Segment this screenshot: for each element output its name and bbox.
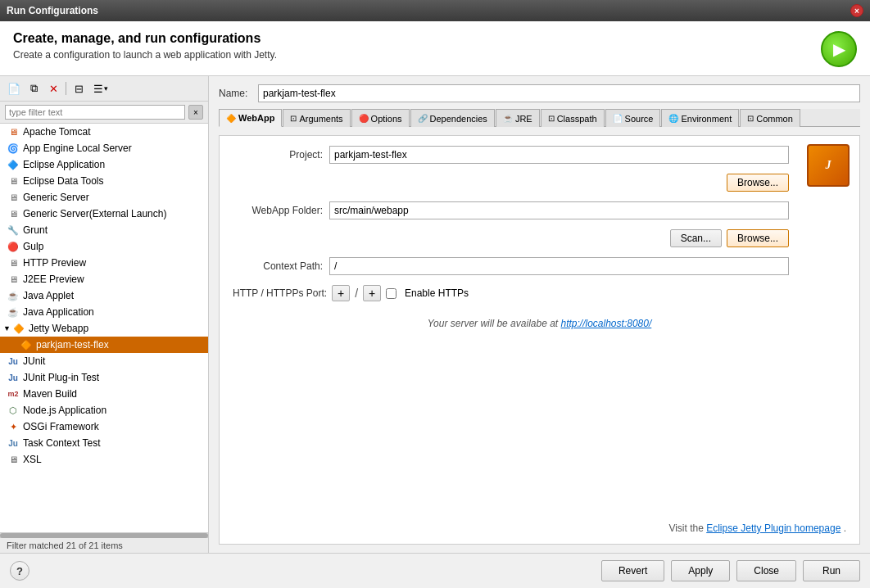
project-input[interactable] (329, 146, 789, 164)
sidebar-item-label: Java Application (23, 306, 94, 318)
java-application-icon: ☕ (7, 305, 20, 319)
delete-config-button[interactable]: ✕ (44, 79, 62, 97)
sidebar-item-generic-server[interactable]: 🖥 Generic Server (0, 189, 208, 206)
webapp-tab-icon: 🔶 (226, 114, 236, 123)
sidebar-item-label: App Engine Local Server (23, 142, 132, 154)
classpath-tab-icon: ⊡ (548, 114, 555, 123)
nodejs-icon: ⬡ (7, 404, 20, 417)
source-tab-icon: 📄 (613, 114, 623, 123)
sidebar-item-http-preview[interactable]: 🖥 HTTP Preview (0, 255, 208, 271)
tab-dependencies-label: Dependencies (430, 114, 487, 124)
sidebar-item-label: Java Applet (23, 290, 74, 301)
clear-filter-button[interactable]: × (188, 105, 203, 120)
sidebar-item-label: Task Context Test (23, 437, 101, 449)
name-input[interactable] (258, 84, 860, 102)
sidebar-item-osgi[interactable]: ✦ OSGi Framework (0, 418, 208, 435)
sidebar-item-java-application[interactable]: ☕ Java Application (0, 304, 208, 320)
sidebar-item-gulp[interactable]: 🔴 Gulp (0, 238, 208, 255)
tab-common[interactable]: ⊡ Common (740, 109, 800, 127)
header-area: Create, manage, and run configurations C… (0, 21, 870, 76)
tab-options[interactable]: 🔴 Options (351, 109, 410, 127)
more-dropdown-icon: ▾ (104, 84, 108, 93)
webapp-folder-btns-row: Scan... Browse... (233, 229, 789, 247)
sidebar-item-grunt[interactable]: 🔧 Grunt (0, 222, 208, 238)
tab-webapp[interactable]: 🔶 WebApp (219, 109, 282, 127)
title-bar-title: Run Configurations (7, 5, 98, 16)
tab-arguments[interactable]: ⊡ Arguments (283, 109, 350, 127)
jetty-webapp-icon: 🔶 (12, 322, 25, 335)
jetty-plugin-link[interactable]: Eclipse Jetty Plugin homepage (706, 522, 841, 534)
apply-button[interactable]: Apply (671, 560, 730, 581)
tab-dependencies[interactable]: 🔗 Dependencies (410, 109, 495, 127)
port-label: HTTP / HTTPPs Port: (233, 287, 327, 299)
sidebar-item-eclipse-app[interactable]: 🔷 Eclipse Application (0, 156, 208, 173)
sidebar-item-label: Apache Tomcat (23, 126, 91, 138)
tab-classpath[interactable]: ⊡ Classpath (541, 109, 605, 127)
context-path-input[interactable] (329, 257, 789, 275)
generic-server-icon: 🖥 (7, 191, 20, 204)
header-text: Create, manage, and run configurations C… (13, 31, 277, 61)
sidebar-item-jetty-webapp[interactable]: ▼ 🔶 Jetty Webapp (0, 320, 208, 337)
sidebar-item-parkjam-test-flex[interactable]: 🔶 parkjam-test-flex (0, 337, 208, 353)
dialog-body: Create, manage, and run configurations C… (0, 21, 870, 588)
sidebar-item-j2ee-preview[interactable]: 🖥 J2EE Preview (0, 271, 208, 287)
options-tab-icon: 🔴 (359, 114, 369, 123)
sidebar-item-maven-build[interactable]: m2 Maven Build (0, 386, 208, 402)
new-config-button[interactable]: 📄 (5, 79, 23, 97)
junit-icon: Ju (7, 355, 20, 368)
title-bar: Run Configurations × (0, 0, 870, 21)
sidebar-item-java-applet[interactable]: ☕ Java Applet (0, 287, 208, 304)
tab-jre[interactable]: ☕ JRE (496, 109, 540, 127)
sidebar-item-eclipse-data[interactable]: 🖥 Eclipse Data Tools (0, 173, 208, 189)
expand-arrow-icon: ▼ (3, 324, 11, 332)
filter-input[interactable] (5, 105, 185, 120)
visit-row: Visit the Eclipse Jetty Plugin homepage … (233, 522, 846, 534)
duplicate-config-button[interactable]: ⧉ (25, 79, 43, 97)
dependencies-tab-icon: 🔗 (418, 114, 428, 123)
sidebar-item-junit[interactable]: Ju JUnit (0, 353, 208, 369)
jetty-logo-area: J (807, 144, 850, 187)
sidebar-item-xsl[interactable]: 🖥 XSL (0, 451, 208, 468)
revert-button[interactable]: Revert (601, 560, 664, 581)
help-button[interactable]: ? (10, 561, 29, 581)
server-info: Your server will be availabe at http://l… (233, 311, 846, 336)
http-port-plus-button[interactable]: + (332, 285, 350, 301)
server-url-link[interactable]: http://localhost:8080/ (561, 318, 652, 329)
sidebar-item-label: Gulp (23, 241, 43, 252)
right-panel: Name: 🔶 WebApp ⊡ Arguments 🔴 Options (209, 76, 870, 553)
filter-button[interactable]: ⊟ (70, 79, 88, 97)
sidebar-item-nodejs[interactable]: ⬡ Node.js Application (0, 402, 208, 418)
visit-suffix: . (844, 522, 846, 534)
close-button[interactable]: Close (736, 560, 796, 581)
tab-jre-label: JRE (515, 114, 532, 124)
https-port-plus-button[interactable]: + (363, 285, 381, 301)
tab-source[interactable]: 📄 Source (605, 109, 661, 127)
j2ee-preview-icon: 🖥 (7, 273, 20, 286)
tab-environment[interactable]: 🌐 Environment (661, 109, 739, 127)
project-browse-button[interactable]: Browse... (727, 174, 789, 192)
sidebar-item-generic-server-ext[interactable]: 🖥 Generic Server(External Launch) (0, 206, 208, 222)
name-row: Name: (219, 84, 860, 102)
sidebar-item-apache-tomcat[interactable]: 🖥 Apache Tomcat (0, 124, 208, 140)
left-panel: 📄 ⧉ ✕ ⊟ ☰ ▾ × 🖥 Apache Tomcat (0, 76, 209, 553)
webapp-folder-browse-button[interactable]: Browse... (727, 229, 789, 247)
webapp-folder-input[interactable] (329, 201, 789, 219)
sidebar-item-junit-plugin[interactable]: Ju JUnit Plug-in Test (0, 369, 208, 386)
enable-https-checkbox[interactable] (386, 288, 396, 299)
close-icon[interactable]: × (850, 4, 863, 17)
sidebar-item-task-context[interactable]: Ju Task Context Test (0, 435, 208, 451)
sidebar-item-label: OSGi Framework (23, 421, 99, 432)
scan-button[interactable]: Scan... (670, 229, 722, 247)
tree-scrollbar[interactable] (0, 532, 208, 537)
server-available-text: Your server will be availabe at (428, 318, 561, 329)
app-engine-icon: 🌀 (7, 142, 20, 155)
sidebar-item-label: Node.js Application (23, 405, 106, 416)
junit-plugin-icon: Ju (7, 371, 20, 384)
filter-status: Filter matched 21 of 21 items (0, 537, 208, 553)
run-icon[interactable]: ▶ (821, 31, 857, 67)
tab-options-label: Options (371, 114, 402, 124)
tab-arguments-label: Arguments (299, 114, 342, 124)
sidebar-item-app-engine[interactable]: 🌀 App Engine Local Server (0, 140, 208, 156)
tree-scrollbar-thumb (0, 533, 208, 538)
run-button[interactable]: Run (803, 560, 860, 581)
